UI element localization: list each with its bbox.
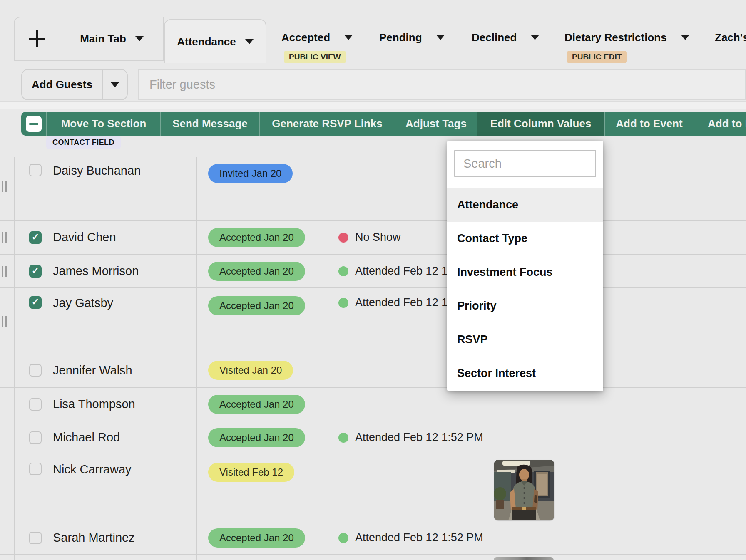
move-to-section-button[interactable]: Move To Section <box>46 112 160 136</box>
adjust-tags-button[interactable]: Adjust Tags <box>395 112 477 136</box>
table-row: Jay Gatsby Accepted Jan 20 Attended Feb … <box>0 287 746 353</box>
row-checkbox[interactable] <box>29 231 42 244</box>
tab-label: Accepted <box>281 31 330 44</box>
drag-handle[interactable] <box>2 232 7 243</box>
add-tab-button[interactable] <box>15 17 60 60</box>
tab-label: Zach's <box>715 31 746 44</box>
row-checkbox[interactable] <box>29 532 42 544</box>
attendance-cell[interactable]: Attended Feb 12 1:52 PM <box>323 421 489 454</box>
table-row: Lisa Thompson Accepted Jan 20 <box>0 387 746 421</box>
row-checkbox[interactable] <box>29 296 42 309</box>
empty-cell[interactable] <box>673 353 746 387</box>
rsvp-status-pill[interactable]: Accepted Jan 20 <box>208 262 305 281</box>
drag-handle[interactable] <box>2 316 7 327</box>
rsvp-status-pill[interactable]: Visited Feb 12 <box>208 463 294 482</box>
rsvp-status-pill[interactable]: Accepted Jan 20 <box>208 296 305 315</box>
tab-label: Attendance <box>177 35 236 48</box>
attended-dot-icon <box>338 433 348 443</box>
send-message-button[interactable]: Send Message <box>160 112 259 136</box>
column-option-contact-type[interactable]: Contact Type <box>447 222 603 255</box>
portrait-photo[interactable] <box>494 460 554 520</box>
column-search-input[interactable] <box>454 150 596 177</box>
tab-attendance[interactable]: Attendance <box>164 19 266 63</box>
add-guests-dropdown-button[interactable] <box>102 70 127 99</box>
filter-guests-input[interactable] <box>138 69 746 100</box>
attendance-status: Attended Feb 12 1:52 PM <box>355 531 483 544</box>
attendance-status: No Show <box>355 231 401 244</box>
empty-cell[interactable] <box>673 421 746 454</box>
empty-cell[interactable] <box>673 157 746 220</box>
column-option-attendance[interactable]: Attendance <box>447 188 603 222</box>
guest-name[interactable]: Nick Carraway <box>53 463 132 476</box>
rsvp-status-pill[interactable]: Accepted Jan 20 <box>208 395 305 414</box>
edit-column-values-button[interactable]: Edit Column Values <box>477 112 604 136</box>
public-edit-badge: PUBLIC EDIT <box>567 51 627 63</box>
rsvp-status-pill[interactable]: Visited Jan 20 <box>208 361 293 380</box>
guest-name[interactable]: James Morrison <box>53 264 139 278</box>
chevron-down-icon <box>681 35 689 40</box>
photo-cell[interactable] <box>489 521 673 554</box>
row-checkbox[interactable] <box>29 265 42 278</box>
empty-cell[interactable] <box>673 255 746 287</box>
empty-cell[interactable] <box>673 288 746 353</box>
empty-cell[interactable] <box>673 521 746 554</box>
row-checkbox[interactable] <box>29 164 42 176</box>
drag-handle[interactable] <box>2 266 7 277</box>
row-checkbox[interactable] <box>29 431 42 444</box>
attendance-cell[interactable] <box>323 388 489 421</box>
column-option-investment-focus[interactable]: Investment Focus <box>447 255 603 289</box>
attendance-cell[interactable] <box>323 454 489 521</box>
contact-field-chip: CONTACT FIELD <box>46 136 121 149</box>
attendance-cell[interactable]: Attended Feb 12 1:52 PM <box>323 521 489 554</box>
guest-name[interactable]: Sarah Martinez <box>53 531 135 545</box>
empty-cell[interactable] <box>673 388 746 421</box>
table-row: Nick Carraway Visited Feb 12 <box>0 454 746 521</box>
drag-handle[interactable] <box>2 181 7 192</box>
section-divider <box>0 101 746 109</box>
attended-dot-icon <box>338 533 348 543</box>
table-row: Jennifer Walsh Visited Jan 20 <box>0 353 746 387</box>
row-checkbox[interactable] <box>29 463 42 475</box>
rsvp-status-pill[interactable]: Invited Jan 20 <box>208 164 293 183</box>
photo-cell[interactable] <box>489 421 673 454</box>
tab-dietary-restrictions[interactable]: Dietary Restrictions PUBLIC EDIT <box>564 26 689 63</box>
row-checkbox[interactable] <box>29 398 42 411</box>
tab-declined[interactable]: Declined <box>472 26 539 49</box>
no-show-dot-icon <box>338 233 348 243</box>
tab-label: Dietary Restrictions <box>564 31 667 44</box>
tab-accepted[interactable]: Accepted PUBLIC VIEW <box>281 26 353 63</box>
guest-name[interactable]: Jay Gatsby <box>53 296 113 310</box>
empty-cell[interactable] <box>673 221 746 254</box>
main-tab-group: Main Tab <box>14 17 164 61</box>
empty-cell[interactable] <box>673 454 746 521</box>
row-checkbox[interactable] <box>29 364 42 377</box>
add-to-list-button[interactable]: Add to L <box>694 112 746 136</box>
rsvp-status-pill[interactable]: Accepted Jan 20 <box>208 528 305 548</box>
guest-name[interactable]: Jennifer Walsh <box>53 364 132 377</box>
add-guests-button[interactable]: Add Guests <box>22 70 102 99</box>
guest-name[interactable]: David Chen <box>53 230 116 244</box>
column-option-rsvp[interactable]: RSVP <box>447 323 603 357</box>
guest-name[interactable]: Lisa Thompson <box>53 397 135 411</box>
column-option-priority[interactable]: Priority <box>447 289 603 323</box>
photo-cell[interactable] <box>489 454 673 521</box>
guest-name[interactable]: Daisy Buchanan <box>53 164 141 178</box>
table-row-partial <box>0 554 746 560</box>
tab-pending[interactable]: Pending <box>379 26 445 49</box>
add-to-event-button[interactable]: Add to Event <box>604 112 694 136</box>
tab-label: Declined <box>472 31 517 44</box>
column-option-sector-interest[interactable]: Sector Interest <box>447 357 603 390</box>
generate-rsvp-links-button[interactable]: Generate RSVP Links <box>259 112 395 136</box>
photo-cell[interactable] <box>489 388 673 421</box>
partial-photo <box>494 557 554 560</box>
chevron-down-icon <box>344 35 353 40</box>
chevron-down-icon <box>135 36 144 41</box>
rsvp-status-pill[interactable]: Accepted Jan 20 <box>208 228 305 247</box>
guest-name[interactable]: Michael Rod <box>53 431 120 444</box>
table-row: Sarah Martinez Accepted Jan 20 Attended … <box>0 521 746 554</box>
chevron-down-icon <box>245 39 254 44</box>
tab-zachs[interactable]: Zach's <box>715 26 746 49</box>
select-all-checkbox[interactable] <box>21 112 46 136</box>
rsvp-status-pill[interactable]: Accepted Jan 20 <box>208 428 305 447</box>
tab-main-tab[interactable]: Main Tab <box>60 17 163 60</box>
